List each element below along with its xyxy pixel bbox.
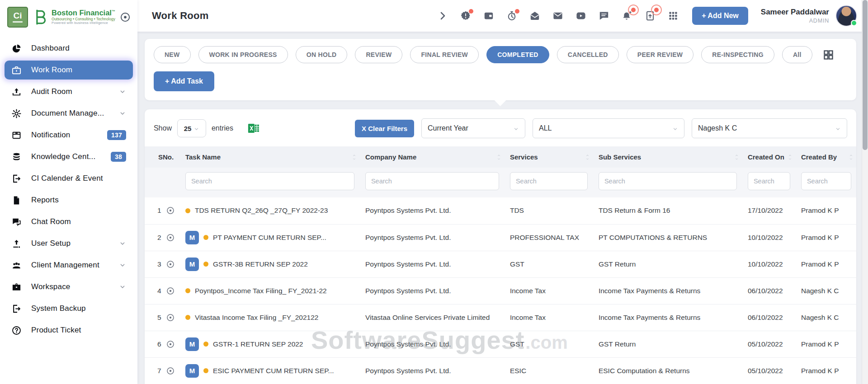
table-row[interactable]: 1TDS RETURN Q2_26Q _27Q_FY 2022-23Poyntp…	[145, 197, 856, 224]
sidebar-item-user-setup[interactable]: User Setup	[5, 234, 133, 253]
sidebar-item-chat-room[interactable]: Chat Room	[5, 212, 133, 231]
sidebar-item-product-ticket[interactable]: Product Ticket	[5, 321, 133, 340]
task-name[interactable]: TDS RETURN Q2_26Q _27Q_FY 2022-23	[195, 206, 328, 215]
column-header-created-by[interactable]: Created By	[796, 146, 856, 168]
sidebar-item-dashboard[interactable]: Dashboard	[5, 39, 133, 58]
sidebar-item-label: Knowledge Cent...	[31, 152, 111, 161]
sort-icons[interactable]	[788, 154, 793, 161]
mail-icon[interactable]	[552, 10, 563, 21]
category-select[interactable]: ALL	[533, 118, 684, 138]
table-row[interactable]: 7MESIC PAYMENT CUM RETURN SEP...Poyntpos…	[145, 357, 856, 384]
status-pill-on-hold[interactable]: ON HOLD	[296, 46, 348, 63]
view-icon[interactable]	[166, 260, 175, 269]
status-pill-review[interactable]: REVIEW	[355, 46, 402, 63]
status-dot-icon	[185, 315, 190, 320]
status-pill-cancelled[interactable]: CANCELLED	[557, 46, 619, 63]
grid-view-icon[interactable]	[822, 49, 835, 61]
badge-alert-icon[interactable]	[460, 10, 471, 21]
avatar[interactable]	[835, 5, 857, 27]
status-pill-re-inspecting[interactable]: RE-INSPECTING	[701, 46, 774, 63]
bell-plus-icon[interactable]	[622, 10, 632, 21]
chevron-down-icon	[835, 126, 841, 131]
sidebar-item-work-room[interactable]: Work Room	[5, 61, 133, 80]
page-size-select[interactable]: 25	[177, 119, 206, 137]
task-name[interactable]: GSTR-3B RETURN SEP 2022	[213, 260, 308, 268]
view-icon[interactable]	[166, 206, 175, 215]
company-name: Poyntpos Systems Pvt. Ltd.	[360, 251, 505, 277]
wallet-icon[interactable]	[483, 10, 494, 21]
column-header-company-name[interactable]: Company Name	[360, 146, 505, 168]
sidebar-item-notification[interactable]: Notification137	[5, 126, 133, 145]
task-name[interactable]: GSTR-1 RETURN SEP 2022	[213, 340, 303, 348]
notification-ring	[651, 5, 662, 15]
assignee-select[interactable]: Nagesh K C	[692, 118, 847, 138]
user-name: Sameer Paddalwar	[761, 7, 829, 17]
user-block: Sameer Paddalwar ADMIN	[761, 7, 829, 24]
add-task-button[interactable]: + Add Task	[154, 71, 214, 91]
column-header-services[interactable]: Services	[505, 146, 593, 168]
column-header-task-name[interactable]: Task Name	[180, 146, 360, 168]
column-header-created-on[interactable]: Created On	[742, 146, 796, 168]
sort-icons[interactable]	[496, 154, 501, 161]
status-pill-work-in-progress[interactable]: WORK IN PROGRESS	[198, 46, 288, 63]
view-icon[interactable]	[166, 286, 175, 295]
created-by: Pramod K P	[796, 197, 856, 224]
status-pill-new[interactable]: NEW	[154, 46, 191, 63]
chevron-down-icon	[193, 126, 199, 131]
task-name[interactable]: ESIC PAYMENT CUM RETURN SEP...	[213, 367, 334, 375]
sidebar-item-reports[interactable]: Reports	[5, 191, 133, 210]
sidebar-item-document-manage[interactable]: Document Manage...	[5, 104, 133, 123]
column-header-sub-services[interactable]: Sub Services	[593, 146, 742, 168]
search-input-task-name[interactable]	[185, 172, 354, 190]
sub-services: GST Return	[593, 251, 742, 277]
status-pill-final-review[interactable]: FINAL REVIEW	[410, 46, 479, 63]
search-input-services[interactable]	[510, 172, 588, 190]
add-new-button[interactable]: + Add New	[692, 7, 748, 25]
year-select[interactable]: Current Year	[421, 118, 525, 138]
excel-export-icon[interactable]	[247, 122, 260, 135]
view-icon[interactable]	[166, 233, 175, 242]
mail-open-icon[interactable]	[529, 10, 540, 21]
sidebar-item-audit-room[interactable]: Audit Room	[5, 82, 133, 101]
sort-icons[interactable]	[352, 154, 357, 161]
status-pill-all[interactable]: All	[782, 46, 812, 63]
vertical-scrollbar[interactable]	[862, 0, 868, 384]
clear-filters-button[interactable]: X Clear Filters	[355, 120, 414, 137]
search-input-sub-services[interactable]	[599, 172, 737, 190]
search-input-created-by[interactable]	[801, 172, 851, 190]
sort-icons[interactable]	[849, 154, 854, 161]
table-row[interactable]: 3MGSTR-3B RETURN SEP 2022Poyntpos System…	[145, 251, 856, 277]
apps-grid-icon[interactable]	[668, 10, 679, 21]
sidebar-pin-icon[interactable]	[119, 11, 131, 23]
task-name[interactable]: Poyntpos_Income Tax Filing_ FY_2021-22	[195, 287, 327, 295]
sort-icons[interactable]	[734, 154, 739, 161]
ci-logo: Ci	[7, 7, 28, 28]
stopwatch-icon[interactable]	[506, 10, 517, 21]
status-pill-peer-review[interactable]: PEER REVIEW	[627, 46, 694, 63]
services: PROFESSIONAL TAX	[505, 224, 593, 251]
milestone-badge: M	[185, 231, 199, 244]
view-icon[interactable]	[166, 366, 175, 375]
chat-lines-icon[interactable]	[599, 10, 609, 21]
table-row[interactable]: 5Vitastaa Income Tax Filing _FY_202122Vi…	[145, 304, 856, 331]
sidebar-item-ci-calender-event[interactable]: CI Calender & Event	[5, 169, 133, 188]
table-row[interactable]: 2MPT PAYMENT CUM RETURN SEP...Poyntpos S…	[145, 224, 856, 251]
status-pill-completed[interactable]: COMPLETED	[486, 46, 549, 63]
view-icon[interactable]	[166, 340, 175, 349]
search-input-created-on[interactable]	[748, 172, 790, 190]
view-icon[interactable]	[166, 313, 175, 322]
sidebar-item-system-backup[interactable]: System Backup	[5, 299, 133, 318]
chevron-right-icon[interactable]	[437, 10, 448, 21]
scrollbar-thumb[interactable]	[863, 0, 868, 150]
sort-icons[interactable]	[585, 154, 590, 161]
table-row[interactable]: 4Poyntpos_Income Tax Filing_ FY_2021-22P…	[145, 277, 856, 304]
task-name[interactable]: PT PAYMENT CUM RETURN SEP...	[213, 234, 326, 242]
search-input-company-name[interactable]	[365, 172, 499, 190]
sidebar-item-workspace[interactable]: Workspace	[5, 277, 133, 296]
sidebar-item-client-management[interactable]: Client Management	[5, 256, 133, 275]
file-up-icon[interactable]	[645, 10, 656, 21]
task-name[interactable]: Vitastaa Income Tax Filing _FY_202122	[195, 314, 318, 322]
video-icon[interactable]	[576, 10, 586, 21]
table-row[interactable]: 6MGSTR-1 RETURN SEP 2022Poyntpos Systems…	[145, 331, 856, 357]
sidebar-item-knowledge-cent[interactable]: Knowledge Cent...38	[5, 147, 133, 166]
